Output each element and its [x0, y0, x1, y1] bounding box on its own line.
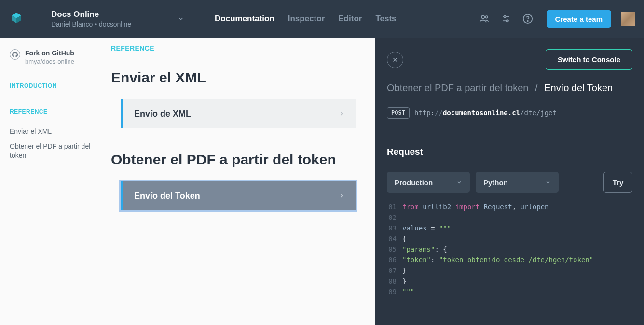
section-heading-obtener-pdf: Obtener el PDF a partir del token — [111, 151, 356, 168]
breadcrumb: Obtener el PDF a partir del token / Enví… — [387, 82, 632, 94]
endpoint-card-label: Envío de XML — [134, 109, 191, 119]
chevron-down-icon — [545, 179, 551, 185]
svg-point-4 — [485, 16, 488, 18]
svg-point-8 — [506, 20, 508, 22]
sidebar-item-obtener-pdf[interactable]: Obtener el PDF a partir del token — [10, 139, 92, 163]
svg-point-10 — [527, 21, 528, 22]
chevron-right-icon — [339, 192, 344, 200]
svg-point-6 — [504, 16, 506, 18]
project-subtitle: Daniel Blanco • docsonline — [51, 20, 131, 29]
github-title: Fork on GitHub — [25, 49, 74, 57]
app-logo[interactable] — [7, 9, 26, 28]
nav-editor[interactable]: Editor — [338, 14, 362, 24]
chevron-right-icon — [339, 110, 344, 118]
endpoint-card-envio-token[interactable]: Envío del Token — [121, 181, 356, 210]
nav-inspector[interactable]: Inspector — [288, 14, 325, 24]
doc-reference-label: REFERENCE — [111, 44, 356, 52]
project-switcher[interactable] — [175, 13, 187, 25]
divider — [201, 8, 201, 30]
http-method-badge: POST — [387, 107, 410, 119]
endpoint-card-label: Envío del Token — [134, 191, 200, 201]
help-icon[interactable] — [522, 14, 533, 24]
request-heading: Request — [387, 147, 632, 157]
sidebar-heading-intro: INTRODUCTION — [10, 82, 92, 89]
project-title: Docs Online — [51, 9, 131, 19]
try-button[interactable]: Try — [603, 172, 632, 193]
sidebar-item-enviar-xml[interactable]: Enviar el XML — [10, 124, 92, 139]
section-heading-enviar-xml: Enviar el XML — [111, 69, 356, 86]
github-repo: bmya/docs-online — [25, 58, 74, 65]
close-button[interactable] — [387, 52, 403, 68]
team-icon[interactable] — [479, 14, 490, 24]
svg-point-3 — [481, 15, 484, 18]
endpoint-url: http://documentosonline.cl/dte/jget — [414, 109, 557, 117]
switch-console-button[interactable]: Switch to Console — [546, 49, 632, 70]
github-link[interactable]: Fork on GitHub bmya/docs-online — [10, 49, 92, 65]
nav-tests[interactable]: Tests — [375, 14, 396, 24]
avatar[interactable] — [621, 12, 635, 26]
chevron-down-icon — [456, 179, 462, 185]
endpoint-card-envio-xml[interactable]: Envío de XML — [121, 99, 356, 128]
nav-documentation[interactable]: Documentation — [215, 14, 274, 24]
language-select[interactable]: Python — [476, 172, 559, 193]
breadcrumb-parent[interactable]: Obtener el PDF a partir del token — [387, 82, 528, 93]
breadcrumb-current: Envío del Token — [544, 82, 613, 93]
code-sample: 01from urllib2 import Request, urlopen02… — [387, 202, 632, 301]
create-team-button[interactable]: Create a team — [547, 10, 611, 28]
github-icon — [10, 49, 20, 60]
top-nav: Documentation Inspector Editor Tests — [215, 14, 397, 24]
environment-select[interactable]: Production — [387, 172, 470, 193]
settings-icon[interactable] — [501, 14, 511, 24]
sidebar-heading-reference: REFERENCE — [10, 108, 92, 115]
